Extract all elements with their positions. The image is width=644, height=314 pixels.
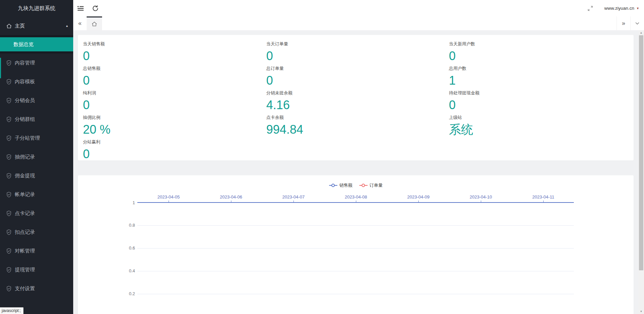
y-axis-tick-label: 0.6	[116, 245, 135, 251]
stat-today-new-users: 当天新用户数 0	[449, 41, 634, 65]
shield-check-icon	[6, 97, 12, 103]
x-axis-tick	[293, 200, 294, 202]
line-series-marker-icon	[359, 184, 368, 187]
refresh-button[interactable]	[88, 0, 103, 16]
x-axis-date-label: 2023-04-07	[282, 194, 305, 199]
sidebar-submenu: 数据总览	[0, 35, 73, 53]
tabbar: « »	[73, 16, 644, 31]
sidebar-item-label: 扣点记录	[15, 229, 35, 235]
tab-home[interactable]	[87, 16, 102, 30]
sidebar-item-label: 数据总览	[13, 41, 34, 47]
sidebar-item[interactable]: 点卡记录	[0, 204, 73, 223]
sidebar-item[interactable]: 佣金提现	[0, 166, 73, 185]
sidebar-item-label: 主页	[15, 23, 25, 29]
gridline	[137, 294, 574, 294]
stat-substation-profit: 分站赢利 0	[83, 139, 261, 164]
stats-column-1: 当天销售额 0 总销售额 0 纯利润 0 抽佣比例 20 % 分站赢利 0	[78, 41, 261, 161]
y-axis-tick-label: 1	[116, 200, 135, 206]
sidebar-item-label: 对帐管理	[15, 248, 35, 254]
stat-commission-ratio: 抽佣比例 20 %	[83, 115, 261, 139]
stat-today-orders: 当天订单量 0	[266, 41, 444, 65]
sidebar-item[interactable]: 内容模板	[0, 72, 73, 91]
y-axis-tick-label: 0.4	[116, 268, 135, 274]
tabs-scroll-right-button[interactable]: »	[616, 16, 630, 30]
fullscreen-button[interactable]	[588, 6, 593, 11]
x-axis-tick	[543, 200, 544, 202]
x-axis-date-label: 2023-04-05	[157, 194, 180, 199]
sidebar-item-label: 佣金提现	[15, 173, 35, 179]
app-title: 九块九进群系统	[0, 0, 73, 16]
sidebar-item[interactable]: 分销会员	[0, 91, 73, 110]
shield-check-icon	[6, 173, 12, 179]
y-axis-tick-label: 0.2	[116, 291, 135, 297]
collapse-sidebar-button[interactable]	[73, 0, 88, 16]
scrollbar-thumb[interactable]	[639, 35, 643, 270]
shield-check-icon	[6, 79, 12, 85]
shield-check-icon	[6, 248, 12, 254]
site-domain-menu[interactable]: www.ziyuan.cn	[604, 6, 634, 11]
topbar-right-group: www.ziyuan.cn ▼	[588, 6, 644, 11]
stats-column-3: 当天新用户数 0 总用户数 1 待处理提现金额 0 上级站 系统	[444, 41, 634, 161]
x-axis-date-label: 2023-04-11	[532, 194, 554, 199]
x-axis-tick	[418, 200, 419, 202]
sidebar-item[interactable]: 支付设置	[0, 279, 73, 298]
page-scrollbar[interactable]: ▲ ▼	[638, 30, 644, 314]
chart-legend: 销售额 订单量	[78, 182, 634, 188]
sidebar-scrollbar-thumb[interactable]	[0, 58, 1, 78]
scroll-up-icon[interactable]: ▲	[638, 30, 644, 35]
sidebar: 九块九进群系统 主页 ▲ 数据总览 内容管理 内容模板 分销会员	[0, 0, 73, 314]
stat-unwithdrawn-balance: 分销未提余额 4.16	[266, 90, 444, 115]
stat-parent-site: 上级站 系统	[449, 115, 634, 139]
sidebar-item-home[interactable]: 主页 ▲	[0, 16, 73, 35]
chevron-down-icon	[635, 22, 639, 25]
x-axis-tick	[356, 200, 356, 202]
shield-check-icon	[6, 135, 12, 141]
sidebar-item-data-overview[interactable]: 数据总览	[0, 37, 73, 51]
shield-check-icon	[6, 60, 12, 66]
x-axis-line	[137, 202, 574, 203]
x-axis-tick	[231, 200, 231, 202]
legend-item-sales[interactable]: 销售额	[329, 182, 353, 188]
tabbar-right-controls: »	[616, 16, 644, 30]
chevron-down-icon[interactable]: ▼	[636, 7, 639, 10]
sidebar-item-label: 抽佣记录	[15, 154, 35, 160]
x-axis-tick	[169, 200, 169, 202]
line-series-marker-icon	[329, 184, 337, 187]
sidebar-item[interactable]: 分销群组	[0, 110, 73, 129]
shield-check-icon	[6, 116, 12, 122]
sidebar-item-label: 提现管理	[15, 267, 35, 273]
sidebar-item-label: 支付设置	[15, 285, 35, 292]
sidebar-item-label: 子分站管理	[15, 135, 40, 141]
stat-total-orders: 总订单量 0	[266, 65, 444, 90]
stat-total-users: 总用户数 1	[449, 65, 634, 90]
x-axis-date-label: 2023-04-08	[345, 194, 367, 199]
y-axis-tick-label: 0.8	[116, 223, 135, 228]
shield-check-icon	[6, 191, 12, 197]
sidebar-item[interactable]: 对帐管理	[0, 241, 73, 260]
fullscreen-icon	[588, 6, 593, 11]
sidebar-item[interactable]: 帐单记录	[0, 185, 73, 204]
tabs-menu-button[interactable]	[630, 16, 644, 30]
sidebar-item-label: 分销群组	[15, 116, 35, 123]
x-axis-date-label: 2023-04-10	[470, 194, 492, 199]
sidebar-item[interactable]: 内容管理	[0, 53, 73, 72]
tabs-scroll-left-button[interactable]: «	[73, 16, 87, 30]
home-icon	[92, 21, 97, 27]
gridline	[137, 271, 574, 271]
sales-orders-chart-card: 销售额 订单量 1 0.8 0.6 0.4 0.2	[78, 175, 634, 314]
sidebar-item[interactable]: 抽佣记录	[0, 147, 73, 166]
chevron-up-icon: ▲	[65, 24, 68, 28]
legend-item-orders[interactable]: 订单量	[359, 182, 383, 188]
stat-pending-withdrawals: 待处理提现金额 0	[449, 90, 634, 115]
main-content: 当天销售额 0 总销售额 0 纯利润 0 抽佣比例 20 % 分站赢利 0	[73, 30, 638, 314]
sidebar-item-label: 点卡记录	[15, 210, 35, 217]
shield-check-icon	[6, 285, 12, 291]
stat-card-balance: 点卡余额 994.84	[266, 115, 444, 139]
sidebar-item[interactable]: 提现管理	[0, 260, 73, 279]
fold-menu-icon	[78, 6, 84, 11]
sidebar-item-label: 帐单记录	[15, 191, 35, 198]
sidebar-item[interactable]: 子分站管理	[0, 129, 73, 147]
topbar: www.ziyuan.cn ▼	[73, 0, 644, 17]
scroll-down-icon[interactable]: ▼	[638, 309, 644, 314]
sidebar-item[interactable]: 扣点记录	[0, 223, 73, 241]
